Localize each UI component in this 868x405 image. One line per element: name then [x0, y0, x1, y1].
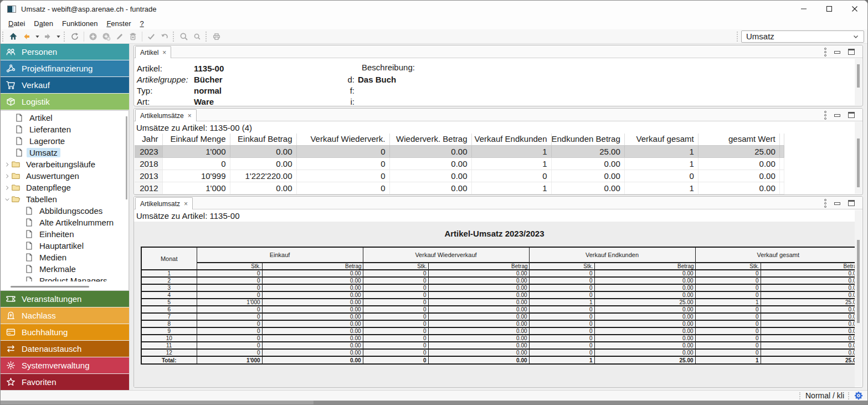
sidebar-section-veranstaltungen[interactable]: Veranstaltungen [1, 291, 129, 307]
sidebar-section-nachlass[interactable]: Nachlass [1, 307, 129, 324]
tree-vertical-scrollbar[interactable] [125, 113, 128, 279]
table-cell[interactable]: 0 [296, 157, 389, 170]
sidebar-section-favoriten[interactable]: Favoriten [1, 374, 129, 390]
panel-maximize-icon[interactable] [848, 49, 855, 55]
home-icon[interactable] [7, 30, 20, 43]
tree-item-einheiten[interactable]: Einheiten [1, 228, 124, 240]
tab-close-icon[interactable]: × [184, 201, 188, 207]
table-cell[interactable]: 0.00 [230, 182, 296, 194]
tree-item-merkmale[interactable]: Merkmale [1, 263, 124, 275]
panel-menu-icon[interactable] [824, 48, 826, 57]
refresh-icon[interactable] [68, 30, 81, 43]
panel-artikel-scrollbar-thumb[interactable] [857, 64, 860, 88]
tree-item-auswertungen[interactable]: Auswertungen [1, 170, 124, 182]
add-record-icon[interactable] [86, 30, 100, 43]
column-header-verkauf-wiederverk[interactable]: Verkauf Wiederverk. [296, 134, 389, 145]
sidebar-section-projektfinanzierung[interactable]: Projektfinanzierung [1, 60, 129, 76]
table-cell[interactable]: 0.00 [551, 170, 624, 182]
column-header-verkauf-gesamt[interactable]: Verkauf gesamt [624, 134, 698, 145]
table-cell[interactable]: 1'222'220.00 [230, 170, 296, 182]
sidebar-section-verkauf[interactable]: Verkauf [1, 77, 129, 93]
tree-item-abbildungscodes[interactable]: Abbildungscodes [1, 205, 124, 217]
statusbar-drag-handle[interactable] [848, 392, 850, 399]
table-cell[interactable]: 1 [624, 182, 698, 194]
table-cell[interactable]: 1'000 [162, 182, 230, 194]
panel-minimize-icon[interactable] [834, 51, 840, 54]
column-header-einkauf-menge[interactable]: Einkauf Menge [162, 134, 230, 145]
tab-close-icon[interactable]: × [188, 112, 192, 119]
table-cell[interactable]: 25.00 [551, 145, 624, 157]
tree-item-tabellen[interactable]: Tabellen [1, 193, 124, 205]
sidebar-splitter[interactable] [129, 44, 133, 390]
sidebar-section-buchhaltung[interactable]: Buchhaltung [1, 324, 129, 340]
toolbar-drag-handle[interactable] [737, 32, 739, 42]
table-cell[interactable]: 0.00 [698, 170, 779, 182]
table-cell[interactable]: 1 [471, 157, 551, 170]
sidebar-section-personen[interactable]: Personen [1, 44, 129, 60]
panel-minimize-icon[interactable] [834, 202, 840, 205]
delete-icon[interactable] [126, 30, 140, 43]
panel-artikelumsatz-scrollbar[interactable] [855, 210, 862, 387]
tab-artikelumsatz[interactable]: Artikelumsatz × [135, 197, 193, 209]
table-cell[interactable]: 2012 [135, 182, 162, 194]
tab-artikelumsaetze[interactable]: Artikelumsätze × [135, 109, 197, 121]
settings-gear-icon[interactable] [854, 391, 863, 400]
table-cell[interactable]: 0.00 [389, 145, 471, 157]
tree-item-datenpflege[interactable]: Datenpflege [1, 182, 124, 193]
table-cell[interactable]: 0 [624, 170, 698, 182]
confirm-icon[interactable] [145, 30, 158, 43]
table-row[interactable]: 201310'9991'222'220.0000.0000.0000.00 [135, 170, 784, 182]
tab-close-icon[interactable]: × [162, 49, 166, 56]
tree-item-lagerorte[interactable]: Lagerorte [1, 135, 124, 147]
module-select[interactable]: Umsatz [741, 30, 864, 43]
chevron-right-icon[interactable] [3, 185, 11, 191]
forward-arrow-icon[interactable] [41, 30, 54, 43]
table-row[interactable]: 20121'0000.0000.0010.0010.00 [135, 182, 784, 194]
table-cell[interactable]: 0.00 [389, 157, 471, 170]
tree-horizontal-scrollbar-thumb[interactable] [11, 286, 89, 288]
search-icon[interactable] [177, 30, 191, 43]
table-cell[interactable]: 0.00 [230, 145, 296, 157]
tree-item-artikel[interactable]: Artikel [1, 112, 124, 124]
tree-vertical-scrollbar-thumb[interactable] [126, 116, 127, 199]
print-icon[interactable] [210, 30, 223, 43]
tree-item-medien[interactable]: Medien [1, 252, 124, 263]
menu-daten[interactable]: Daten [29, 18, 58, 29]
table-cell[interactable]: 0 [471, 170, 551, 182]
panel-artikelumsatz-scrollbar-thumb[interactable] [857, 240, 860, 323]
menu-datei[interactable]: Datei [4, 18, 29, 29]
table-cell[interactable]: 1'000 [162, 145, 230, 157]
table-cell[interactable]: 1 [471, 145, 551, 157]
table-cell[interactable]: 2023 [135, 145, 162, 157]
panel-maximize-icon[interactable] [848, 200, 855, 206]
tab-artikel[interactable]: Artikel × [135, 46, 171, 58]
sidebar-section-datenaustausch[interactable]: Datenaustausch [1, 341, 129, 357]
chevron-down-icon[interactable] [3, 197, 11, 202]
table-cell[interactable]: 0.00 [551, 182, 624, 194]
tree-item-umsatz[interactable]: Umsatz [1, 147, 124, 158]
column-header-jahr[interactable]: Jahr [135, 134, 162, 145]
tree-item-hauptartikel[interactable]: Hauptartikel [1, 240, 124, 252]
toolbar-drag-handle[interactable] [64, 32, 66, 42]
table-row[interactable]: 20231'0000.0000.00125.00125.00 [135, 145, 784, 157]
panel-minimize-icon[interactable] [834, 114, 840, 117]
sidebar-section-logistik[interactable]: Logistik [1, 94, 129, 110]
panel-artikelumsaetze-scrollbar-thumb[interactable] [857, 139, 860, 187]
table-cell[interactable]: 0 [296, 182, 389, 194]
table-cell[interactable]: 2013 [135, 170, 162, 182]
toolbar-drag-handle[interactable] [173, 32, 176, 42]
table-cell[interactable]: 0 [296, 170, 389, 182]
table-cell[interactable]: 25.00 [698, 145, 779, 157]
table-cell[interactable]: 0.00 [389, 182, 471, 194]
duplicate-record-icon[interactable] [100, 30, 113, 43]
toolbar-drag-handle[interactable] [206, 32, 208, 42]
menu-fenster[interactable]: Fenster [102, 18, 135, 29]
caret-down-icon[interactable] [54, 30, 62, 43]
chevron-right-icon[interactable] [3, 173, 11, 179]
maximize-window-icon[interactable] [816, 1, 842, 17]
panel-menu-icon[interactable] [824, 111, 826, 120]
chevron-right-icon[interactable] [3, 162, 11, 167]
tree-item-product-managers[interactable]: Product Managers [1, 275, 124, 281]
table-cell[interactable]: 0.00 [698, 157, 779, 170]
table-cell[interactable]: 0 [296, 145, 389, 157]
